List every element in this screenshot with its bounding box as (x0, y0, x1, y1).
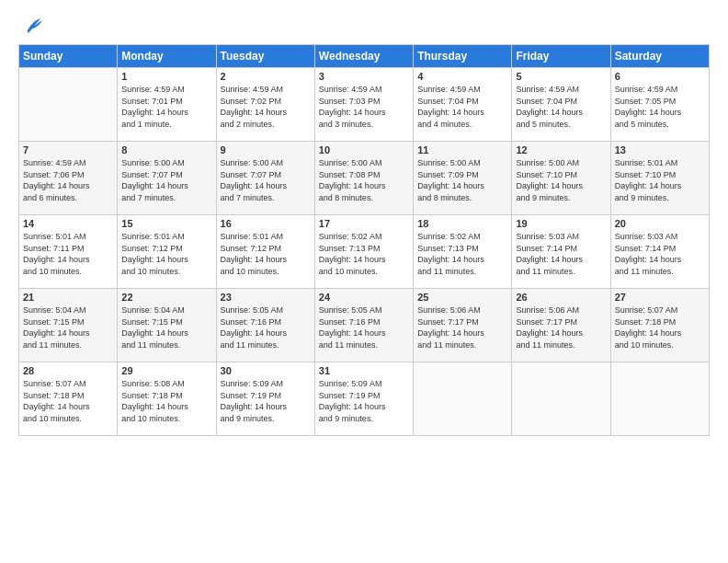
day-info: Sunrise: 4:59 AM Sunset: 7:04 PM Dayligh… (516, 84, 606, 130)
day-info: Sunrise: 5:03 AM Sunset: 7:14 PM Dayligh… (615, 231, 705, 277)
day-cell (610, 362, 709, 436)
day-cell: 13Sunrise: 5:01 AM Sunset: 7:10 PM Dayli… (610, 142, 709, 215)
calendar-table: SundayMondayTuesdayWednesdayThursdayFrid… (18, 44, 710, 436)
day-cell: 1Sunrise: 4:59 AM Sunset: 7:01 PM Daylig… (118, 68, 216, 142)
day-cell: 16Sunrise: 5:01 AM Sunset: 7:12 PM Dayli… (216, 215, 314, 289)
day-info: Sunrise: 5:06 AM Sunset: 7:17 PM Dayligh… (417, 304, 507, 350)
day-info: Sunrise: 4:59 AM Sunset: 7:05 PM Dayligh… (615, 84, 705, 130)
day-cell: 4Sunrise: 4:59 AM Sunset: 7:04 PM Daylig… (414, 68, 512, 142)
header-cell-tuesday: Tuesday (216, 45, 314, 68)
day-info: Sunrise: 5:04 AM Sunset: 7:15 PM Dayligh… (121, 304, 211, 350)
day-number: 27 (615, 292, 705, 303)
day-number: 15 (121, 218, 211, 229)
header-cell-sunday: Sunday (19, 45, 118, 68)
header-cell-monday: Monday (118, 45, 216, 68)
day-cell: 18Sunrise: 5:02 AM Sunset: 7:13 PM Dayli… (414, 215, 512, 289)
week-row-3: 14Sunrise: 5:01 AM Sunset: 7:11 PM Dayli… (19, 215, 710, 289)
day-number: 30 (221, 365, 311, 376)
day-number: 6 (615, 71, 705, 82)
day-cell (512, 362, 610, 436)
day-number: 17 (319, 218, 409, 229)
day-info: Sunrise: 5:01 AM Sunset: 7:12 PM Dayligh… (121, 231, 211, 277)
day-number: 21 (23, 292, 113, 303)
day-number: 25 (417, 292, 507, 303)
header-cell-wednesday: Wednesday (314, 45, 413, 68)
day-number: 20 (615, 218, 705, 229)
day-cell: 8Sunrise: 5:00 AM Sunset: 7:07 PM Daylig… (118, 142, 216, 215)
day-info: Sunrise: 4:59 AM Sunset: 7:06 PM Dayligh… (23, 157, 113, 203)
day-number: 13 (615, 144, 705, 155)
day-number: 22 (121, 292, 211, 303)
day-info: Sunrise: 4:59 AM Sunset: 7:02 PM Dayligh… (221, 84, 311, 130)
day-number: 9 (221, 144, 311, 155)
day-cell (19, 68, 118, 142)
day-info: Sunrise: 5:03 AM Sunset: 7:14 PM Dayligh… (516, 231, 606, 277)
day-cell: 15Sunrise: 5:01 AM Sunset: 7:12 PM Dayli… (118, 215, 216, 289)
header-cell-friday: Friday (512, 45, 610, 68)
day-cell: 21Sunrise: 5:04 AM Sunset: 7:15 PM Dayli… (19, 289, 118, 362)
day-cell: 27Sunrise: 5:07 AM Sunset: 7:18 PM Dayli… (610, 289, 709, 362)
header (18, 15, 710, 37)
day-info: Sunrise: 4:59 AM Sunset: 7:04 PM Dayligh… (417, 84, 507, 130)
day-cell: 29Sunrise: 5:08 AM Sunset: 7:18 PM Dayli… (118, 362, 216, 436)
logo (18, 15, 42, 37)
day-info: Sunrise: 5:01 AM Sunset: 7:12 PM Dayligh… (221, 231, 311, 277)
day-cell: 31Sunrise: 5:09 AM Sunset: 7:19 PM Dayli… (314, 362, 413, 436)
week-row-5: 28Sunrise: 5:07 AM Sunset: 7:18 PM Dayli… (19, 362, 710, 436)
day-cell: 24Sunrise: 5:05 AM Sunset: 7:16 PM Dayli… (314, 289, 413, 362)
day-info: Sunrise: 5:09 AM Sunset: 7:19 PM Dayligh… (221, 378, 311, 424)
day-number: 31 (319, 365, 409, 376)
day-cell: 25Sunrise: 5:06 AM Sunset: 7:17 PM Dayli… (414, 289, 512, 362)
day-number: 24 (319, 292, 409, 303)
day-cell: 11Sunrise: 5:00 AM Sunset: 7:09 PM Dayli… (414, 142, 512, 215)
day-number: 29 (121, 365, 211, 376)
day-cell: 28Sunrise: 5:07 AM Sunset: 7:18 PM Dayli… (19, 362, 118, 436)
day-number: 23 (221, 292, 311, 303)
week-row-2: 7Sunrise: 4:59 AM Sunset: 7:06 PM Daylig… (19, 142, 710, 215)
week-row-4: 21Sunrise: 5:04 AM Sunset: 7:15 PM Dayli… (19, 289, 710, 362)
day-cell: 14Sunrise: 5:01 AM Sunset: 7:11 PM Dayli… (19, 215, 118, 289)
day-number: 16 (221, 218, 311, 229)
day-info: Sunrise: 5:06 AM Sunset: 7:17 PM Dayligh… (516, 304, 606, 350)
day-number: 11 (417, 144, 507, 155)
day-number: 14 (23, 218, 113, 229)
day-cell: 2Sunrise: 4:59 AM Sunset: 7:02 PM Daylig… (216, 68, 314, 142)
day-info: Sunrise: 5:07 AM Sunset: 7:18 PM Dayligh… (615, 304, 705, 350)
day-number: 12 (516, 144, 606, 155)
day-info: Sunrise: 5:05 AM Sunset: 7:16 PM Dayligh… (319, 304, 409, 350)
logo-bird-icon (20, 15, 42, 37)
day-number: 8 (121, 144, 211, 155)
day-cell: 7Sunrise: 4:59 AM Sunset: 7:06 PM Daylig… (19, 142, 118, 215)
day-number: 10 (319, 144, 409, 155)
day-cell (414, 362, 512, 436)
day-info: Sunrise: 5:02 AM Sunset: 7:13 PM Dayligh… (417, 231, 507, 277)
day-number: 4 (417, 71, 507, 82)
day-number: 1 (121, 71, 211, 82)
day-info: Sunrise: 5:01 AM Sunset: 7:11 PM Dayligh… (23, 231, 113, 277)
day-info: Sunrise: 4:59 AM Sunset: 7:03 PM Dayligh… (319, 84, 409, 130)
day-cell: 12Sunrise: 5:00 AM Sunset: 7:10 PM Dayli… (512, 142, 610, 215)
header-row: SundayMondayTuesdayWednesdayThursdayFrid… (19, 45, 710, 68)
day-info: Sunrise: 5:00 AM Sunset: 7:09 PM Dayligh… (417, 157, 507, 203)
day-cell: 10Sunrise: 5:00 AM Sunset: 7:08 PM Dayli… (314, 142, 413, 215)
day-cell: 20Sunrise: 5:03 AM Sunset: 7:14 PM Dayli… (610, 215, 709, 289)
day-info: Sunrise: 5:07 AM Sunset: 7:18 PM Dayligh… (23, 378, 113, 424)
day-info: Sunrise: 5:02 AM Sunset: 7:13 PM Dayligh… (319, 231, 409, 277)
day-info: Sunrise: 5:00 AM Sunset: 7:07 PM Dayligh… (221, 157, 311, 203)
day-info: Sunrise: 5:00 AM Sunset: 7:10 PM Dayligh… (516, 157, 606, 203)
day-info: Sunrise: 5:05 AM Sunset: 7:16 PM Dayligh… (221, 304, 311, 350)
day-number: 18 (417, 218, 507, 229)
day-cell: 6Sunrise: 4:59 AM Sunset: 7:05 PM Daylig… (610, 68, 709, 142)
header-cell-saturday: Saturday (610, 45, 709, 68)
day-number: 3 (319, 71, 409, 82)
day-info: Sunrise: 5:00 AM Sunset: 7:07 PM Dayligh… (121, 157, 211, 203)
week-row-1: 1Sunrise: 4:59 AM Sunset: 7:01 PM Daylig… (19, 68, 710, 142)
page: SundayMondayTuesdayWednesdayThursdayFrid… (0, 0, 728, 563)
day-info: Sunrise: 5:04 AM Sunset: 7:15 PM Dayligh… (23, 304, 113, 350)
day-info: Sunrise: 5:09 AM Sunset: 7:19 PM Dayligh… (319, 378, 409, 424)
day-number: 28 (23, 365, 113, 376)
day-number: 5 (516, 71, 606, 82)
day-info: Sunrise: 4:59 AM Sunset: 7:01 PM Dayligh… (121, 84, 211, 130)
day-info: Sunrise: 5:01 AM Sunset: 7:10 PM Dayligh… (615, 157, 705, 203)
day-cell: 30Sunrise: 5:09 AM Sunset: 7:19 PM Dayli… (216, 362, 314, 436)
